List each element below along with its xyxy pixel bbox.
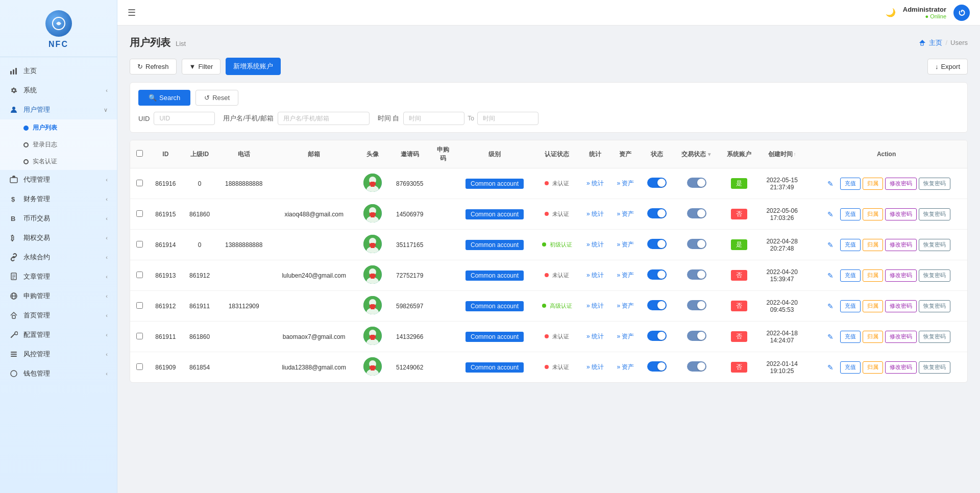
assets-link[interactable]: » 资产 — [617, 210, 634, 217]
sidebar-item-user-mgmt[interactable]: 用户管理 ∨ — [0, 100, 117, 119]
toggle-track[interactable] — [687, 300, 706, 310]
charge-button[interactable]: 充值 — [840, 239, 861, 251]
trade-status-toggle[interactable] — [687, 178, 706, 188]
export-button[interactable]: ↓ Export — [927, 59, 968, 75]
sidebar-item-futures-trade[interactable]: ₿ 期权交易 ‹ — [0, 228, 117, 248]
uid-input[interactable] — [154, 112, 215, 125]
moon-icon[interactable]: 🌙 — [886, 8, 896, 17]
assign-button[interactable]: 归属 — [863, 239, 883, 251]
breadcrumb-home-link[interactable]: 主页 — [929, 38, 942, 47]
assets-link[interactable]: » 资产 — [617, 302, 634, 309]
toggle-track[interactable] — [647, 361, 667, 372]
time-to-input[interactable] — [477, 112, 538, 125]
search-button[interactable]: 🔍 Search — [138, 90, 190, 106]
assets-link[interactable]: » 资产 — [617, 333, 634, 340]
assign-button[interactable]: 归属 — [863, 331, 883, 343]
charge-button[interactable]: 充值 — [840, 331, 861, 343]
sidebar-item-real-auth[interactable]: 实名认证 — [0, 153, 117, 170]
status-toggle[interactable] — [647, 331, 667, 341]
charge-button[interactable]: 充值 — [840, 361, 861, 374]
select-all-checkbox[interactable] — [136, 150, 143, 157]
stats-link[interactable]: » 统计 — [586, 272, 604, 279]
charge-button[interactable]: 充值 — [840, 178, 861, 190]
hamburger-button[interactable]: ☰ — [128, 7, 136, 18]
sidebar-item-system[interactable]: 系统 ‹ — [0, 81, 117, 100]
assign-button[interactable]: 归属 — [863, 300, 883, 312]
sidebar-item-article-mgmt[interactable]: 文章管理 ‹ — [0, 267, 117, 286]
recover-pwd-button[interactable]: 恢复密码 — [919, 361, 950, 374]
assets-link[interactable]: » 资产 — [617, 241, 634, 248]
change-pwd-button[interactable]: 修改密码 — [885, 178, 917, 190]
edit-button[interactable]: ✎ — [823, 269, 838, 282]
assets-link[interactable]: » 资产 — [617, 363, 634, 371]
stats-link[interactable]: » 统计 — [586, 210, 604, 217]
change-pwd-button[interactable]: 修改密码 — [885, 331, 917, 343]
recover-pwd-button[interactable]: 恢复密码 — [919, 300, 950, 312]
assign-button[interactable]: 归属 — [863, 361, 883, 374]
status-toggle[interactable] — [647, 208, 667, 218]
toggle-track[interactable] — [647, 300, 667, 310]
toggle-track[interactable] — [647, 331, 667, 341]
row-checkbox[interactable] — [136, 180, 143, 186]
row-checkbox[interactable] — [136, 333, 143, 339]
edit-button[interactable]: ✎ — [823, 208, 838, 220]
stats-link[interactable]: » 统计 — [586, 333, 604, 340]
toggle-track[interactable] — [687, 331, 706, 341]
trade-status-toggle[interactable] — [687, 331, 706, 341]
recover-pwd-button[interactable]: 恢复密码 — [919, 208, 950, 220]
assign-button[interactable]: 归属 — [863, 208, 883, 220]
change-pwd-button[interactable]: 修改密码 — [885, 300, 917, 312]
recover-pwd-button[interactable]: 恢复密码 — [919, 269, 950, 282]
status-toggle[interactable] — [647, 239, 667, 249]
power-button[interactable] — [953, 5, 970, 21]
reset-button[interactable]: ↺ Reset — [195, 90, 238, 106]
stats-link[interactable]: » 统计 — [586, 180, 604, 187]
assets-link[interactable]: » 资产 — [617, 272, 634, 279]
toggle-track[interactable] — [647, 178, 667, 188]
sidebar-item-risk-mgmt[interactable]: 风控管理 ‹ — [0, 344, 117, 364]
status-toggle[interactable] — [647, 300, 667, 310]
sidebar-item-home-mgmt[interactable]: 首页管理 ‹ — [0, 306, 117, 325]
toggle-track[interactable] — [647, 208, 667, 218]
status-toggle[interactable] — [647, 361, 667, 372]
toggle-track[interactable] — [687, 361, 706, 372]
recover-pwd-button[interactable]: 恢复密码 — [919, 331, 950, 343]
row-checkbox[interactable] — [136, 210, 143, 217]
change-pwd-button[interactable]: 修改密码 — [885, 269, 917, 282]
trade-status-toggle[interactable] — [687, 239, 706, 249]
sidebar-item-coin-trade[interactable]: B 币币交易 ‹ — [0, 209, 117, 228]
edit-button[interactable]: ✎ — [823, 300, 838, 312]
toggle-track[interactable] — [687, 239, 706, 249]
filter-button[interactable]: ▼ Filter — [182, 59, 221, 75]
trade-status-toggle[interactable] — [687, 269, 706, 280]
row-checkbox[interactable] — [136, 302, 143, 309]
stats-link[interactable]: » 统计 — [586, 241, 604, 248]
trade-status-toggle[interactable] — [687, 361, 706, 372]
assign-button[interactable]: 归属 — [863, 269, 883, 282]
change-pwd-button[interactable]: 修改密码 — [885, 361, 917, 374]
assign-button[interactable]: 归属 — [863, 178, 883, 190]
change-pwd-button[interactable]: 修改密码 — [885, 239, 917, 251]
sidebar-item-finance-mgmt[interactable]: $ 财务管理 ‹ — [0, 189, 117, 209]
status-toggle[interactable] — [647, 178, 667, 188]
toggle-track[interactable] — [647, 269, 667, 280]
stats-link[interactable]: » 统计 — [586, 302, 604, 309]
toggle-track[interactable] — [687, 269, 706, 280]
change-pwd-button[interactable]: 修改密码 — [885, 208, 917, 220]
sidebar-item-config-mgmt[interactable]: 配置管理 ‹ — [0, 325, 117, 344]
add-system-account-button[interactable]: 新增系统账户 — [226, 58, 281, 75]
toggle-track[interactable] — [647, 239, 667, 249]
edit-button[interactable]: ✎ — [823, 178, 838, 190]
edit-button[interactable]: ✎ — [823, 361, 838, 374]
sidebar-item-agent-mgmt[interactable]: 代理管理 ‹ — [0, 170, 117, 189]
row-checkbox[interactable] — [136, 272, 143, 278]
status-toggle[interactable] — [647, 269, 667, 280]
sidebar-item-home[interactable]: 主页 — [0, 61, 117, 81]
sidebar-item-audit-mgmt[interactable]: 申购管理 ‹ — [0, 286, 117, 306]
recover-pwd-button[interactable]: 恢复密码 — [919, 178, 950, 190]
toggle-track[interactable] — [687, 208, 706, 218]
charge-button[interactable]: 充值 — [840, 269, 861, 282]
time-from-input[interactable] — [403, 112, 464, 125]
edit-button[interactable]: ✎ — [823, 331, 838, 343]
assets-link[interactable]: » 资产 — [617, 180, 634, 187]
